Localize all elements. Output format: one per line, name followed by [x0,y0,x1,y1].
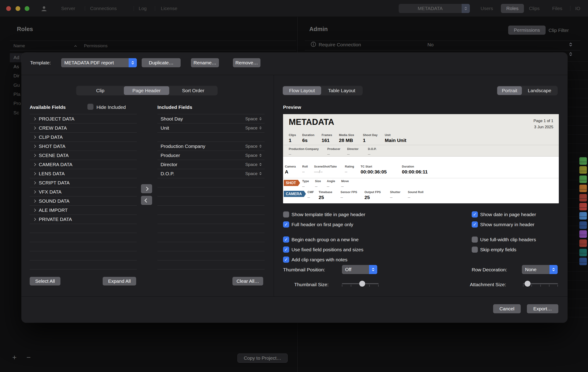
template-dropdown[interactable]: METADATA PDF report [61,58,137,67]
separator-selector[interactable]: Space [245,162,262,167]
row-decoration-dropdown[interactable]: None [522,265,558,274]
skip-empty-fields-checkbox[interactable]: ✓ [472,246,478,253]
available-field-row[interactable]: VFX DATA [30,187,137,196]
available-field-row[interactable]: CAMERA DATA [30,160,137,169]
menu-server[interactable]: Server [61,6,75,11]
cancel-button[interactable]: Cancel [493,304,521,313]
tab-clips[interactable]: Clips [529,6,540,11]
fixed-field-positions-checkbox[interactable]: ✓ [283,246,289,253]
tab-files[interactable]: Files [552,6,562,11]
column-header-permissions[interactable]: Permissions [84,43,107,48]
user-icon[interactable] [41,5,47,12]
included-field-row[interactable]: DirectorSpace [157,160,265,169]
separator-selector[interactable]: Space [245,126,262,130]
close-window-button[interactable] [6,6,11,11]
duplicate-button[interactable]: Duplicate… [142,58,181,67]
tab-portrait[interactable]: Portrait [497,86,522,95]
available-field-row[interactable]: PROJECT DATA [30,114,137,123]
chevron-right-icon[interactable] [33,163,36,166]
separator-selector[interactable]: Space [245,117,262,121]
maximize-window-button[interactable] [25,6,29,11]
menu-log[interactable]: Log [139,6,147,11]
chevron-right-icon[interactable] [33,181,36,184]
add-field-button[interactable] [141,184,152,193]
chevron-right-icon[interactable] [33,172,36,175]
remove-role-button[interactable]: − [26,353,31,362]
add-role-button[interactable]: + [12,353,17,362]
available-field-row[interactable]: ALE IMPORT [30,206,137,215]
sort-ascending-icon[interactable] [74,45,77,48]
tab-permissions[interactable]: Permissions [508,26,546,35]
thumbnail-position-dropdown[interactable]: Off [342,265,377,274]
tab-clip-filter[interactable]: Clip Filter [548,28,569,33]
tab-roles[interactable]: Roles [501,4,524,13]
menu-connections[interactable]: Connections [90,6,117,11]
included-field-row[interactable]: Production CompanySpace [157,142,265,151]
tab-clip[interactable]: Clip [77,86,124,95]
remove-button[interactable]: Remove… [233,58,261,67]
show-date-checkbox[interactable]: ✓ [472,211,478,217]
full-header-first-page-checkbox[interactable]: ✓ [283,221,289,228]
tab-page-header[interactable]: Page Header [124,86,169,95]
chevron-right-icon[interactable] [33,199,36,202]
tab-io[interactable]: IO [575,6,580,11]
included-field-row[interactable]: ProducerSpace [157,151,265,160]
column-header-name[interactable]: Name [13,43,25,48]
separator-selector[interactable]: Space [245,153,262,158]
chevron-right-icon[interactable] [33,117,36,120]
rename-button[interactable]: Rename… [191,58,219,67]
role-row[interactable]: As [13,64,19,69]
included-field-row[interactable]: D.O.P.Space [157,169,265,178]
available-field-row[interactable]: SOUND DATA [30,196,137,206]
chevron-right-icon[interactable] [33,126,36,129]
tab-landscape[interactable]: Landscape [522,86,557,95]
included-field-row[interactable]: UnitSpace [157,123,265,133]
chevron-right-icon[interactable] [33,135,36,138]
chevron-right-icon[interactable] [33,144,36,148]
slider-thumb[interactable] [359,281,365,287]
tab-table-layout[interactable]: Table Layout [321,86,362,95]
role-row[interactable]: Sc [13,110,19,116]
separator-selector[interactable]: Space [245,144,262,149]
chevron-right-icon[interactable] [33,154,36,157]
chevron-right-icon[interactable] [33,208,36,212]
attachment-size-slider[interactable] [523,281,558,287]
tab-users[interactable]: Users [481,6,493,11]
select-all-button[interactable]: Select All [30,277,61,286]
available-field-row[interactable]: PRIVATE DATA [30,215,137,224]
clip-ranges-notes-checkbox[interactable]: ✓ [283,256,289,263]
copy-to-project-button[interactable]: Copy to Project… [237,353,288,363]
tab-sort-order[interactable]: Sort Order [169,86,217,95]
show-template-title-checkbox[interactable]: ✓ [283,211,289,217]
included-field-row-blank[interactable] [157,133,265,142]
begin-group-new-line-checkbox[interactable]: ✓ [283,236,289,243]
available-field-row[interactable]: CREW DATA [30,123,137,133]
chevron-right-icon[interactable] [33,190,36,193]
hide-included-checkbox[interactable]: ✓ [87,104,94,110]
export-button[interactable]: Export… [527,304,558,313]
stepper-icon[interactable] [569,42,572,47]
included-field-row[interactable]: Shoot DaySpace [157,114,265,123]
tab-flow-layout[interactable]: Flow Layout [283,86,321,95]
available-field-row[interactable]: LENS DATA [30,169,137,178]
full-width-clip-headers-checkbox[interactable]: ✓ [472,236,478,243]
role-row[interactable]: Ad [13,55,19,60]
menu-license[interactable]: License [161,6,177,11]
role-row[interactable]: Pla [13,92,20,97]
thumbnail-size-slider[interactable] [342,281,379,287]
project-dropdown[interactable]: METADATA [399,4,470,13]
role-row[interactable]: Pro [13,101,21,106]
clear-all-button[interactable]: Clear All… [232,277,263,286]
available-field-row[interactable]: CLIP DATA [30,133,137,142]
role-row[interactable]: Dir [13,73,20,78]
show-summary-checkbox[interactable]: ✓ [472,221,478,228]
role-row[interactable]: Gu [13,82,20,88]
expand-all-button[interactable]: Expand All [103,277,136,286]
available-field-row[interactable]: SHOT DATA [30,142,137,151]
available-field-row[interactable]: SCRIPT DATA [30,178,137,187]
slider-thumb[interactable] [525,281,531,287]
separator-selector[interactable]: Space [245,171,262,176]
available-field-row[interactable]: SCENE DATA [30,151,137,160]
chevron-right-icon[interactable] [33,217,36,221]
remove-field-button[interactable] [141,196,152,205]
